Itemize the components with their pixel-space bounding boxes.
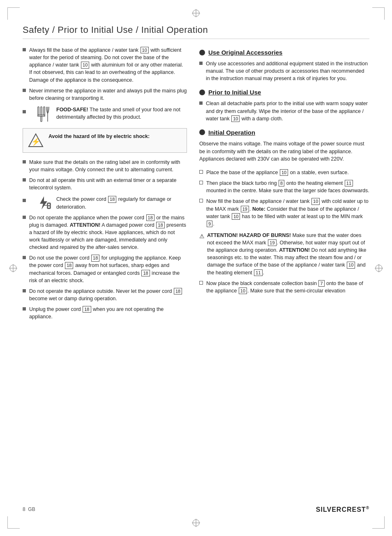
sq-bullet-icon-1 <box>199 62 203 65</box>
step-place-base-text: Place the base of the appliance 10 on a … <box>206 169 349 176</box>
use-original-heading: Use Original Accessories <box>199 49 369 56</box>
step-turbo-ring-text: Then place the black turbo ring 8 onto t… <box>206 179 369 194</box>
reg-mark-bottom <box>192 519 200 527</box>
prior-to-initial-heading: Prior to Initial Use <box>199 89 369 96</box>
num-18-3: 18 <box>91 255 99 261</box>
food-safe-label: FOOD-SAFE! <box>56 107 88 113</box>
hollow-bullet-3 <box>199 199 203 202</box>
num-18-1: 18 <box>146 214 154 221</box>
bullet-unplugging: Do not use the power cord 18 for unplugg… <box>23 254 187 284</box>
initial-operation-intro: Observe the mains voltage. The mains vol… <box>199 140 369 163</box>
page-number: 8 GB <box>23 506 35 512</box>
bullet-rating-label: Make sure that the details on the rating… <box>23 159 187 173</box>
food-safe-text: FOOD-SAFE! The taste and smell of your f… <box>56 106 187 121</box>
content-area: Safety / Prior to Initial Use / Initial … <box>23 25 369 513</box>
page-footer: 8 GB SILVERCREST® <box>23 502 369 513</box>
warning-text: Avoid the hazard of life by electric sho… <box>48 133 150 140</box>
last-step-list: Now place the black condensate collectio… <box>199 280 369 294</box>
brand-name: SILVERCREST <box>316 506 366 513</box>
prior-bullets: Clean all detachable parts prior to the … <box>199 100 369 122</box>
num-10-step1: 10 <box>280 169 288 176</box>
bullet-icon-4 <box>23 178 26 182</box>
section-dot-prior <box>199 90 205 95</box>
hazard-triangle-icon: ⚠ <box>199 232 205 240</box>
num-11-step2: 11 <box>345 180 353 186</box>
warning-box: ⚡ Avoid the hazard of life by electric s… <box>23 128 187 153</box>
bullet-no-timer-text: Do not at all operate this unit with an … <box>29 177 187 191</box>
bullet-icon-6 <box>23 256 26 259</box>
page-header: Safety / Prior to Initial Use / Initial … <box>23 25 369 39</box>
bullet-rating-text: Make sure that the details on the rating… <box>29 159 187 173</box>
num-10-2: 10 <box>81 62 89 68</box>
bullet-never-immerse-text: Never immerse the appliance in water and… <box>29 87 187 102</box>
reg-mark-left <box>9 264 17 272</box>
bullet-fill-tank-text: Always fill the base of the appliance / … <box>29 46 187 84</box>
num-10-step3b: 10 <box>232 213 240 220</box>
num-8-step2: 8 <box>279 180 284 186</box>
bullet-icon-7 <box>23 289 26 292</box>
page-num-value: 8 <box>23 506 25 512</box>
reg-mark-top <box>192 9 200 17</box>
check-power-cord-label: Check the power cord <box>56 196 106 202</box>
num-10-step3: 10 <box>311 198 320 205</box>
num-10-1: 10 <box>141 47 149 53</box>
warning-triangle-icon: ⚡ <box>28 133 44 148</box>
num-19-burns: 19 <box>268 239 276 246</box>
warning-title: Avoid the hazard of life by electric sho… <box>48 133 150 139</box>
svg-rect-16 <box>41 116 42 122</box>
use-original-text-1: Only use accessories and additional equi… <box>206 60 369 82</box>
page-title: Safety / Prior to Initial Use / Initial … <box>23 25 369 35</box>
num-18-6: 18 <box>174 288 182 294</box>
attention-label-1: ATTENTION! <box>70 222 101 228</box>
num-18-2: 18 <box>156 222 164 228</box>
corner-mark-br <box>372 516 385 529</box>
bullet-icon-8 <box>23 307 26 311</box>
section-dot-use-original <box>199 50 205 55</box>
reg-mark-right <box>375 264 383 272</box>
svg-point-21 <box>48 206 50 208</box>
initial-bullets: Always fill the base of the appliance / … <box>23 46 187 102</box>
two-column-layout: Always fill the base of the appliance / … <box>23 46 369 324</box>
num-11-burns: 11 <box>254 269 262 276</box>
bullet-damaged-cord: Do not operate the appliance when the po… <box>23 214 187 251</box>
attention-label-burns2: ATTENTION! <box>279 247 310 253</box>
page: Safety / Prior to Initial Use / Initial … <box>0 0 392 536</box>
corner-mark-tr <box>372 7 385 20</box>
svg-rect-13 <box>41 107 42 115</box>
num-9-step3: 9 <box>207 221 212 227</box>
hollow-bullet-2 <box>199 181 203 184</box>
step-fill-water-text: Now fill the base of the appliance / wat… <box>206 198 369 228</box>
food-safe-icon <box>36 106 52 122</box>
svg-text:⚡: ⚡ <box>31 137 41 146</box>
prior-bullet-1: Clean all detachable parts prior to the … <box>199 100 369 122</box>
power-cord-bullet <box>23 199 26 202</box>
num-18-4: 18 <box>65 262 73 269</box>
step-fill-water: Now fill the base of the appliance / wat… <box>199 198 369 228</box>
step-place-base: Place the base of the appliance 10 on a … <box>199 169 369 176</box>
step-condensate-text: Now place the black condensate collectio… <box>206 280 369 294</box>
step-condensate-basin: Now place the black condensate collectio… <box>199 280 369 294</box>
bullet-no-outside: Do not operate the appliance outside. Ne… <box>23 288 187 302</box>
bullet-no-timer: Do not at all operate this unit with an … <box>23 177 187 191</box>
num-18-7: 18 <box>83 306 91 313</box>
initial-operation-title: Initial Operation <box>208 129 255 136</box>
attention-burns-text: ATTENTION! HAZARD OF BURNS! Make sure th… <box>207 232 369 276</box>
section-dot-initial-op <box>199 129 205 135</box>
bullet-unplug-text: Unplug the power cord 18 when you are no… <box>29 306 187 320</box>
attention-hazard-burns: ⚠ ATTENTION! HAZARD OF BURNS! Make sure … <box>199 232 369 276</box>
bullet-unplugging-text: Do not use the power cord 18 for unplugg… <box>29 254 187 284</box>
food-safe-item: FOOD-SAFE! The taste and smell of your f… <box>23 106 187 122</box>
hollow-bullet-4 <box>199 281 203 285</box>
prior-to-initial-title: Prior to Initial Use <box>208 89 261 96</box>
bullet-icon-2 <box>23 89 26 92</box>
prior-bullet-1-text: Clean all detachable parts prior to the … <box>206 100 369 122</box>
num-19-step3: 19 <box>241 206 249 212</box>
bullet-damaged-cord-text: Do not operate the appliance when the po… <box>29 214 187 251</box>
more-electric-bullets: Do not operate the appliance when the po… <box>23 214 187 321</box>
hollow-bullet-1 <box>199 170 203 174</box>
page-lang: GB <box>28 506 35 512</box>
num-18-5: 18 <box>141 270 150 276</box>
num-18-pc: 18 <box>108 196 116 202</box>
corner-mark-bl <box>7 516 20 529</box>
power-cord-icon <box>36 196 52 210</box>
